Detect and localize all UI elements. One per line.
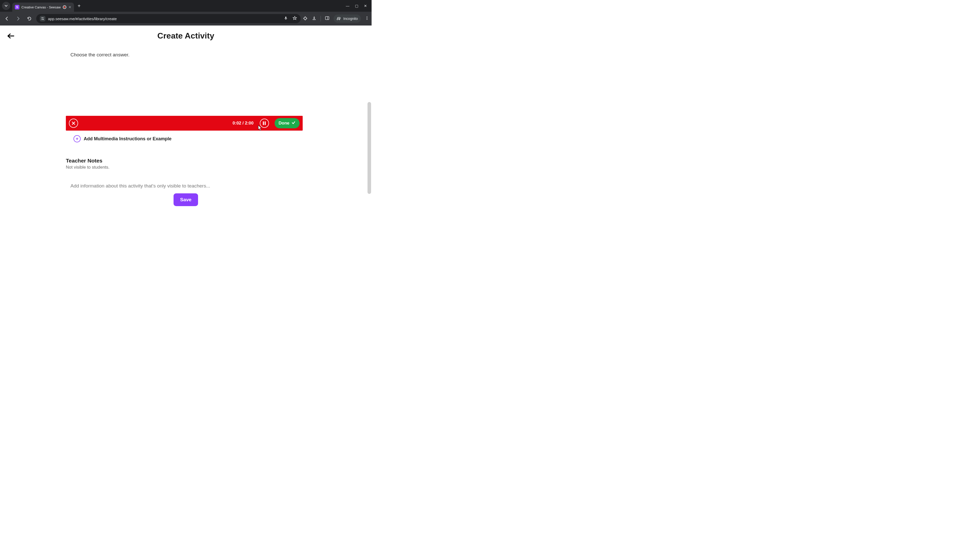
close-window-button[interactable]: ✕ — [364, 4, 367, 8]
save-label: Save — [180, 197, 191, 203]
recording-indicator-icon — [63, 5, 66, 9]
add-multimedia-button[interactable]: + Add Multimedia Instructions or Example — [66, 135, 303, 142]
svg-rect-1 — [325, 17, 329, 20]
tab-search-button[interactable] — [2, 2, 10, 10]
reload-button[interactable] — [25, 14, 34, 23]
svg-point-5 — [367, 19, 368, 20]
svg-point-4 — [367, 18, 368, 19]
browser-tab[interactable]: S Creative Canvas - Seesaw ✕ — [12, 3, 74, 12]
incognito-icon — [337, 16, 341, 21]
browser-menu-button[interactable] — [365, 16, 369, 21]
scrollbar-thumb[interactable] — [368, 102, 371, 194]
voice-search-icon[interactable] — [284, 16, 288, 21]
done-label: Done — [279, 121, 290, 126]
recorder-done-button[interactable]: Done — [275, 118, 300, 128]
svg-rect-0 — [285, 17, 286, 19]
recorder-cancel-button[interactable] — [69, 119, 78, 128]
side-panel-button[interactable] — [325, 16, 329, 21]
recorder-pause-button[interactable] — [260, 119, 269, 128]
bookmark-icon[interactable] — [293, 16, 297, 21]
incognito-label: Incognito — [343, 17, 358, 21]
teacher-notes-section: Teacher Notes Not visible to students. A… — [66, 158, 303, 189]
plus-circle-icon: + — [73, 135, 81, 142]
tab-title: Creative Canvas - Seesaw — [21, 5, 61, 9]
reload-icon — [27, 16, 32, 21]
nav-back-button[interactable] — [3, 14, 11, 23]
browser-tab-strip: S Creative Canvas - Seesaw ✕ + — ▢ ✕ — [0, 0, 372, 12]
teacher-notes-subtitle: Not visible to students. — [66, 165, 303, 170]
add-multimedia-label: Add Multimedia Instructions or Example — [84, 136, 172, 141]
puzzle-icon — [303, 16, 308, 21]
url-text: app.seesaw.me/#/activities/library/creat… — [48, 17, 117, 21]
extensions-button[interactable] — [303, 16, 308, 21]
arrow-left-icon — [4, 16, 10, 21]
new-tab-button[interactable]: + — [78, 3, 81, 9]
svg-point-3 — [367, 17, 368, 17]
close-icon — [72, 121, 76, 125]
site-info-button[interactable] — [40, 16, 45, 21]
tune-icon — [41, 17, 45, 21]
scrollbar[interactable] — [368, 102, 371, 206]
pause-icon — [265, 121, 266, 125]
arrow-right-icon — [16, 16, 21, 21]
instructions-text[interactable]: Choose the correct answer. — [66, 52, 303, 58]
incognito-indicator[interactable]: Incognito — [334, 14, 361, 23]
seesaw-favicon-icon: S — [15, 5, 19, 10]
pause-icon — [263, 121, 264, 125]
url-field[interactable]: app.seesaw.me/#/activities/library/creat… — [36, 14, 301, 23]
browser-address-bar: app.seesaw.me/#/activities/library/creat… — [0, 12, 372, 25]
tab-close-button[interactable]: ✕ — [68, 5, 72, 9]
recorder-time-display: 0:02 / 2:00 — [232, 121, 253, 126]
save-button[interactable]: Save — [173, 193, 198, 206]
content-column: Choose the correct answer. 0:02 / 2:00 D… — [66, 52, 303, 189]
page-title: Create Activity — [0, 31, 372, 41]
chevron-down-icon — [5, 4, 8, 7]
side-panel-icon — [325, 16, 329, 21]
maximize-button[interactable]: ▢ — [355, 4, 358, 8]
kebab-icon — [365, 16, 369, 20]
page-content: Create Activity Choose the correct answe… — [0, 25, 372, 208]
teacher-notes-input[interactable]: Add information about this activity that… — [66, 183, 303, 189]
viewport: S Creative Canvas - Seesaw ✕ + — ▢ ✕ app… — [0, 0, 372, 208]
teacher-notes-title: Teacher Notes — [66, 158, 303, 164]
check-icon — [291, 121, 296, 126]
minimize-button[interactable]: — — [346, 4, 349, 8]
nav-forward-button[interactable] — [14, 14, 22, 23]
download-icon — [312, 16, 317, 21]
audio-recorder-bar: 0:02 / 2:00 Done — [66, 116, 303, 130]
downloads-button[interactable] — [312, 16, 317, 21]
window-controls: — ▢ ✕ — [346, 4, 369, 8]
